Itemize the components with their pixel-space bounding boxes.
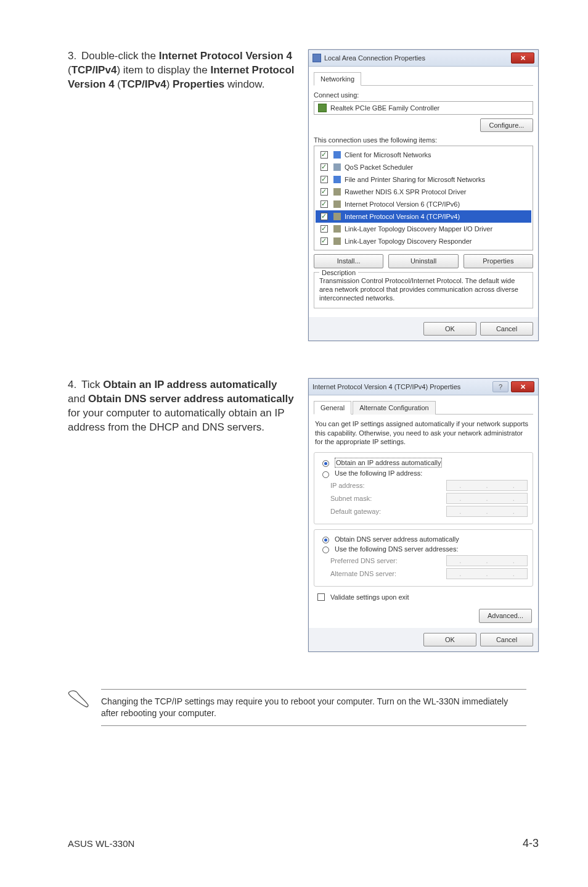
dns-radio-group: Obtain DNS server address automatically … [314,529,533,587]
note-icon [68,689,90,709]
validate-checkbox[interactable] [317,593,325,601]
adapter-name: Realtek PCIe GBE Family Controller [330,104,439,112]
ok-button[interactable]: OK [423,322,476,336]
dialog-title: Internet Protocol Version 4 (TCP/IPv4) P… [312,382,460,391]
help-icon[interactable]: ? [492,381,508,392]
tabs: General Alternate Configuration [314,400,533,415]
alt-dns-field: ... [446,568,528,579]
note-text: Changing the TCP/IP settings may require… [101,689,526,726]
validate-label: Validate settings upon exit [330,593,409,601]
configure-button[interactable]: Configure... [480,118,533,132]
checkbox[interactable] [321,151,328,159]
checkbox[interactable] [321,163,328,171]
tab-alternate[interactable]: Alternate Configuration [353,401,436,415]
adapter-field: Realtek PCIe GBE Family Controller [314,101,533,115]
description-label: Description [319,268,358,277]
ip-address-label: IP address: [330,481,364,490]
alt-dns-label: Alternate DNS server: [330,569,396,578]
ip-radio-group: Obtain an IP address automatically Use t… [314,452,533,524]
list-item-selected: Internet Protocol Version 4 (TCP/IPv4) [316,210,531,223]
footer-product: ASUS WL-330N [68,838,134,849]
protocol-icon [333,225,341,233]
install-button[interactable]: Install... [314,254,383,268]
note-box: Changing the TCP/IP settings may require… [68,689,539,726]
subnet-label: Subnet mask: [330,494,372,503]
titlebar: Internet Protocol Version 4 (TCP/IPv4) P… [309,379,538,395]
properties-button[interactable]: Properties [463,254,533,268]
protocol-icon [333,213,341,220]
scheduler-icon [333,163,341,171]
advanced-button[interactable]: Advanced... [479,609,532,622]
step4-num: 4. [68,378,81,392]
list-item: Link-Layer Topology Discovery Mapper I/O… [316,223,531,235]
client-icon [333,151,341,159]
tabs: Networking [314,72,533,86]
radio-use-dns[interactable] [322,547,329,553]
list-item: Link-Layer Topology Discovery Responder [316,235,531,247]
list-item: Client for Microsoft Networks [316,149,531,161]
radio-use-ip[interactable] [322,471,329,478]
radio-auto-ip[interactable] [322,460,329,467]
ip-address-field: ... [446,480,528,491]
list-item: Internet Protocol Version 6 (TCP/IPv6) [316,198,531,210]
cancel-button[interactable]: Cancel [480,322,533,336]
description-text: Transmission Control Protocol/Internet P… [319,277,518,302]
protocol-icon [333,237,341,245]
pref-dns-label: Preferred DNS server: [330,556,398,565]
step3-text: 3.Double-click the Internet Protocol Ver… [68,49,296,341]
titlebar: Local Area Connection Properties ✕ [309,50,538,67]
uninstall-button[interactable]: Uninstall [388,254,458,268]
list-item: File and Printer Sharing for Microsoft N… [316,173,531,186]
step4-text: 4.Tick Obtain an IP address automaticall… [68,378,296,652]
network-adapter-icon [318,104,327,112]
ok-button[interactable]: OK [423,633,476,646]
lan-properties-dialog: Local Area Connection Properties ✕ Netwo… [308,49,539,341]
gateway-label: Default gateway: [330,507,381,516]
protocol-icon [333,200,341,208]
tab-networking[interactable]: Networking [314,72,361,86]
checkbox[interactable] [321,188,328,196]
gateway-field: ... [446,506,528,517]
subnet-field: ... [446,493,528,504]
checkbox[interactable] [321,200,328,208]
close-icon[interactable]: ✕ [511,52,534,64]
cancel-button[interactable]: Cancel [480,633,533,646]
service-icon [333,176,341,183]
page-number: 4-3 [523,837,539,850]
items-list[interactable]: Client for Microsoft Networks QoS Packet… [314,146,533,250]
step3-num: 3. [68,49,81,64]
checkbox[interactable] [321,225,328,233]
page-footer: ASUS WL-330N 4-3 [68,837,539,850]
description-group: Description Transmission Control Protoco… [314,272,533,308]
pref-dns-field: ... [446,555,528,566]
ipv4-properties-dialog: Internet Protocol Version 4 (TCP/IPv4) P… [308,378,539,652]
list-item: Rawether NDIS 6.X SPR Protocol Driver [316,186,531,198]
connect-using-label: Connect using: [314,91,533,99]
ipv4-description: You can get IP settings assigned automat… [315,419,532,446]
uses-label: This connection uses the following items… [314,136,533,144]
protocol-icon [333,188,341,196]
tab-general[interactable]: General [314,401,351,415]
window-icon [312,54,321,62]
checkbox[interactable] [321,213,328,220]
radio-auto-dns[interactable] [322,537,329,543]
dialog-title: Local Area Connection Properties [324,54,425,62]
checkbox[interactable] [321,237,328,245]
checkbox[interactable] [321,176,328,183]
close-icon[interactable]: ✕ [511,381,534,392]
list-item: QoS Packet Scheduler [316,161,531,173]
